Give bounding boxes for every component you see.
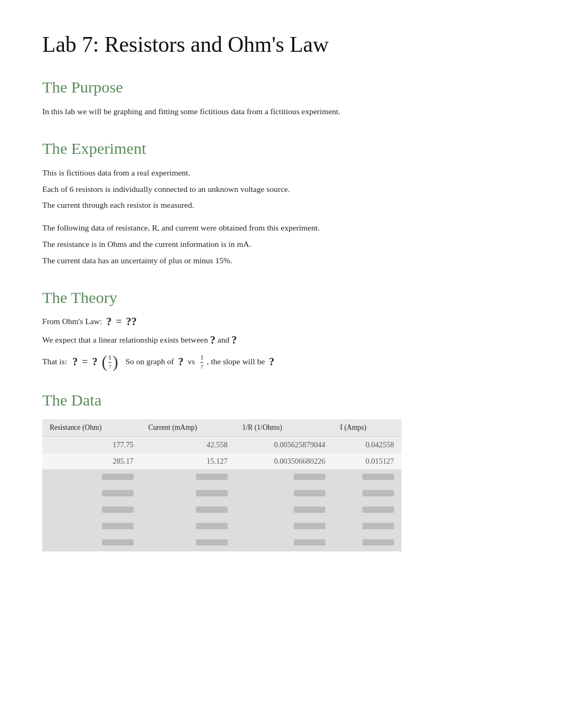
- col-resistance: Resistance (Ohm): [42, 419, 141, 437]
- table-row-blurred-3: [42, 502, 401, 519]
- cell-blur: [42, 535, 141, 551]
- slope-q: ?: [269, 356, 274, 368]
- slope-label: , the slope will be: [207, 357, 265, 366]
- cell-blur: [235, 502, 333, 519]
- data-heading: The Data: [42, 391, 519, 410]
- that-is-line: That is: ? = ? ( 1 ? ) So on graph of ? …: [42, 354, 519, 370]
- theory-heading: The Theory: [42, 289, 519, 307]
- that-is-label: That is:: [42, 357, 67, 366]
- cell-resistance-2: 285.17: [42, 453, 141, 469]
- col-1-over-r: 1/R (1/Ohms): [235, 419, 333, 437]
- data-table: Resistance (Ohm) Current (mAmp) 1/R (1/O…: [42, 419, 401, 551]
- cell-blur: [333, 519, 401, 535]
- ohms-law-q2: ??: [126, 316, 137, 328]
- so-on-graph-q1: ?: [178, 356, 183, 368]
- experiment-heading: The Experiment: [42, 140, 519, 158]
- experiment-line-6: The current data has an uncertainty of p…: [42, 254, 519, 268]
- experiment-section: The Experiment This is fictitious data f…: [42, 140, 519, 268]
- cell-blur: [141, 502, 235, 519]
- linear-and: and: [218, 335, 229, 345]
- cell-blur: [42, 502, 141, 519]
- cell-blur: [141, 519, 235, 535]
- that-is-q2: ?: [92, 356, 97, 368]
- experiment-lines1: This is fictitious data from a real expe…: [42, 167, 519, 212]
- cell-resistance-1: 177.75: [42, 436, 141, 453]
- ohms-law-line: From Ohm's Law: ? = ??: [42, 316, 519, 328]
- experiment-line-1: This is fictitious data from a real expe…: [42, 167, 519, 180]
- cell-blur: [333, 502, 401, 519]
- table-row-blurred-2: [42, 486, 401, 502]
- so-on-graph-label: So on graph of: [125, 357, 174, 366]
- table-row: 285.17 15.127 0.003506680226 0.015127: [42, 453, 401, 469]
- experiment-line-2: Each of 6 resistors is individually conn…: [42, 183, 519, 196]
- theory-section: The Theory From Ohm's Law: ? = ?? We exp…: [42, 289, 519, 370]
- linear-relationship-line: We expect that a linear relationship exi…: [42, 334, 519, 346]
- fraction-1-over-q2: 1 ?: [200, 354, 203, 370]
- table-row-blurred-4: [42, 519, 401, 535]
- cell-current-1: 42.558: [141, 436, 235, 453]
- bracket-expression: ( 1 ? ): [102, 354, 118, 370]
- ohms-law-eq: =: [116, 316, 121, 328]
- cell-blur: [42, 519, 141, 535]
- cell-blur: [235, 519, 333, 535]
- cell-blur: [235, 535, 333, 551]
- vs-label: vs: [188, 357, 195, 366]
- linear-rel-prefix: We expect that a linear relationship exi…: [42, 335, 208, 345]
- that-is-q1: ?: [72, 356, 78, 368]
- cell-blur: [42, 469, 141, 486]
- cell-iamps-2: 0.015127: [333, 453, 401, 469]
- table-row: 177.75 42.558 0.005625879044 0.042558: [42, 436, 401, 453]
- data-section: The Data Resistance (Ohm) Current (mAmp)…: [42, 391, 519, 551]
- col-i-amps: I (Amps): [333, 419, 401, 437]
- cell-blur: [333, 469, 401, 486]
- fraction-1-over-q: 1 ?: [108, 354, 111, 370]
- experiment-line-3: The current through each resistor is mea…: [42, 199, 519, 212]
- cell-blur: [141, 535, 235, 551]
- cell-blur: [235, 486, 333, 502]
- cell-blur: [141, 469, 235, 486]
- experiment-line-5: The resistance is in Ohms and the curren…: [42, 238, 519, 251]
- cell-blur: [235, 469, 333, 486]
- purpose-body: In this lab we will be graphing and fitt…: [42, 105, 519, 118]
- experiment-lines2: The following data of resistance, R, and…: [42, 222, 519, 267]
- table-row-blurred-1: [42, 469, 401, 486]
- table-row-blurred-5: [42, 535, 401, 551]
- purpose-heading: The Purpose: [42, 78, 519, 97]
- cell-blur: [333, 486, 401, 502]
- cell-blur: [141, 486, 235, 502]
- col-current: Current (mAmp): [141, 419, 235, 437]
- cell-1r-1: 0.005625879044: [235, 436, 333, 453]
- table-header-row: Resistance (Ohm) Current (mAmp) 1/R (1/O…: [42, 419, 401, 437]
- cell-blur: [42, 486, 141, 502]
- cell-current-2: 15.127: [141, 453, 235, 469]
- linear-q2: ?: [231, 334, 237, 346]
- left-paren: (: [102, 354, 107, 370]
- right-paren: ): [113, 354, 118, 370]
- that-is-eq: =: [82, 356, 88, 368]
- purpose-section: The Purpose In this lab we will be graph…: [42, 78, 519, 118]
- cell-blur: [333, 535, 401, 551]
- cell-1r-2: 0.003506680226: [235, 453, 333, 469]
- ohms-law-q1: ?: [106, 316, 111, 328]
- ohms-law-label: From Ohm's Law:: [42, 317, 102, 326]
- experiment-line-4: The following data of resistance, R, and…: [42, 222, 519, 235]
- linear-q1: ?: [210, 334, 216, 346]
- cell-iamps-1: 0.042558: [333, 436, 401, 453]
- page-title: Lab 7: Resistors and Ohm's Law: [42, 32, 519, 57]
